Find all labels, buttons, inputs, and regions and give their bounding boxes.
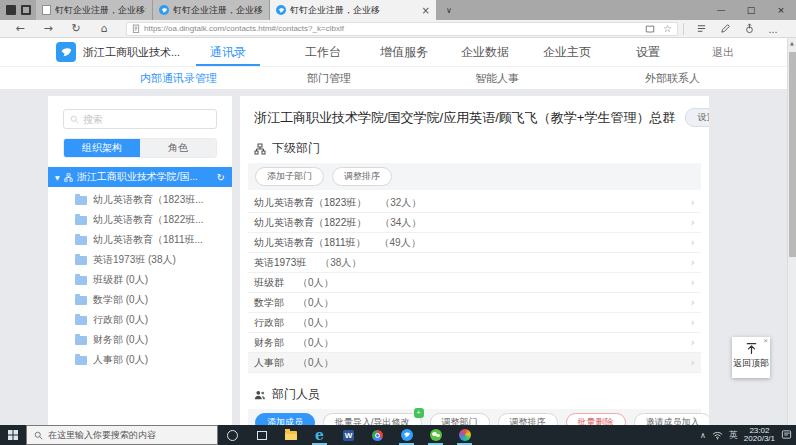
nav-item[interactable]: 企业主页 (543, 38, 591, 66)
set-tabs-aside-icon[interactable] (6, 5, 16, 15)
clock[interactable]: 23:02 2020/3/1 (744, 427, 775, 444)
scroll-up-icon[interactable]: ▲ (788, 40, 796, 46)
member-count: （0人） (298, 296, 334, 310)
more-icon[interactable]: ... (761, 23, 785, 35)
member-count: （38人） (320, 256, 361, 270)
edge-button[interactable]: e (305, 425, 334, 445)
tab-close-icon[interactable]: × (419, 5, 430, 16)
close-icon[interactable]: × (763, 336, 768, 345)
taskbar-search[interactable] (26, 425, 218, 445)
search-input[interactable] (83, 114, 210, 125)
department-row[interactable]: 行政部（0人）› (248, 313, 701, 333)
refresh-icon[interactable]: ↻ (217, 172, 225, 183)
group-settings-button[interactable]: 设置 (685, 108, 709, 127)
cortana-button[interactable] (218, 425, 247, 445)
hub-icon[interactable] (689, 23, 713, 35)
caret-down-icon[interactable]: ▼ (55, 174, 60, 181)
sidebar-dept-item[interactable]: 幼儿英语教育（1823班... (48, 190, 232, 210)
tab-title: 钉钉企业注册，企业移 (290, 4, 415, 17)
sub-nav-item[interactable]: 内部通讯录管理 (140, 67, 217, 89)
home-icon[interactable]: ⌂ (90, 22, 118, 35)
divider (683, 23, 684, 35)
network-icon[interactable] (712, 431, 723, 440)
sub-nav-item[interactable]: 智能人事 (475, 67, 519, 89)
app-button[interactable] (450, 425, 479, 445)
department-row[interactable]: 数学部（0人）› (248, 293, 701, 313)
browser-tab[interactable]: 钉钉企业注册，企业移动办 (153, 0, 270, 20)
department-row[interactable]: 幼儿英语教育（1823班）（32人）› (248, 193, 701, 213)
department-row[interactable]: 幼儿英语教育（1822班）（34人）› (248, 213, 701, 233)
favorite-star-icon[interactable]: ☆ (663, 23, 672, 34)
sidebar-dept-item[interactable]: 行政部 (0人) (48, 310, 232, 330)
word-button[interactable]: W (334, 425, 363, 445)
wechat-button[interactable] (421, 425, 450, 445)
tab-roles[interactable]: 角色 (140, 139, 216, 157)
department-row[interactable]: 英语1973班（38人）› (248, 253, 701, 273)
invite-members-button[interactable]: 邀请成员加入 (634, 413, 709, 425)
url-field[interactable]: https://oa.dingtalk.com/contacts.htm#/co… (126, 22, 678, 36)
department-name: 数学部 (254, 296, 284, 310)
department-row[interactable]: 班级群（0人）› (248, 273, 701, 293)
toolbar-button[interactable]: 添加子部门 (255, 167, 324, 186)
reading-view-icon[interactable] (645, 24, 655, 34)
page-scrollbar[interactable]: ▲ (787, 38, 796, 425)
sidebar-dept-item[interactable]: 数学部 (0人) (48, 290, 232, 310)
toolbar-button[interactable]: 批量导入/导出修改+ (323, 413, 422, 425)
toolbar-button[interactable]: 添加成员 (255, 413, 315, 425)
sidebar-dept-item[interactable]: 财务部 (0人) (48, 330, 232, 350)
back-to-top-button[interactable]: × 返回顶部 (732, 337, 770, 378)
back-icon[interactable]: ← (6, 22, 34, 35)
browser-tab[interactable]: 钉钉企业注册，企业移× (270, 0, 436, 20)
sidebar-dept-item[interactable]: 班级群 (0人) (48, 270, 232, 290)
taskbar-search-input[interactable] (48, 430, 210, 440)
member-count: （49人） (380, 236, 421, 250)
start-button[interactable] (0, 425, 26, 445)
sidebar-search[interactable] (63, 109, 217, 129)
nav-item[interactable]: 通讯录 (210, 38, 246, 66)
maximize-button[interactable]: □ (736, 0, 766, 20)
sidebar-dept-item[interactable]: 英语1973班 (38人) (48, 250, 232, 270)
nav-item[interactable]: 增值服务 (380, 38, 428, 66)
tab-list-chevron-icon[interactable]: ∨ (436, 0, 462, 20)
sidebar-dept-item[interactable]: 人事部 (0人) (48, 350, 232, 370)
nav-item[interactable]: 企业数据 (461, 38, 509, 66)
folder-icon (75, 316, 87, 325)
folder-icon (75, 196, 87, 205)
nav-item[interactable]: 设置 (636, 38, 660, 66)
toolbar-button[interactable]: 调整部门 (430, 413, 490, 425)
folder-icon (75, 296, 87, 305)
sub-nav-item[interactable]: 部门管理 (307, 67, 351, 89)
task-view-button[interactable] (247, 425, 276, 445)
chrome-button[interactable] (363, 425, 392, 445)
sidebar-dept-item[interactable]: 幼儿英语教育（1822班... (48, 210, 232, 230)
dingtalk-button[interactable] (392, 425, 421, 445)
search-icon (70, 115, 79, 124)
action-center-button[interactable] (781, 429, 792, 442)
forward-icon[interactable]: → (34, 22, 62, 35)
toolbar-button[interactable]: 调整排序 (332, 167, 392, 186)
department-row[interactable]: 人事部（0人）› (248, 353, 701, 373)
sub-nav-item[interactable]: 外部联系人 (645, 67, 700, 89)
nav-item[interactable]: 工作台 (305, 38, 341, 66)
nav-item[interactable]: 退出 (712, 38, 734, 66)
annotate-icon[interactable] (713, 23, 737, 35)
refresh-icon[interactable]: ↻ (62, 22, 90, 35)
tabs-preview-icon[interactable] (21, 5, 31, 15)
department-row[interactable]: 财务部（0人）› (248, 333, 701, 353)
scrollbar-thumb[interactable] (789, 52, 796, 257)
tray-expand-icon[interactable]: ∧ (700, 431, 706, 440)
tab-org-structure[interactable]: 组织架构 (64, 139, 140, 157)
toolbar-button[interactable]: 调整排序 (498, 413, 558, 425)
language-indicator[interactable]: 英 (729, 429, 738, 442)
browser-tab[interactable]: 钉钉企业注册，企业移动办 (36, 0, 153, 20)
close-button[interactable]: × (766, 0, 796, 20)
department-row[interactable]: 幼儿英语教育（1811班）（49人）› (248, 233, 701, 253)
share-icon[interactable] (737, 23, 761, 35)
toolbar-button[interactable]: 批量删除 (566, 413, 626, 425)
minimize-button[interactable]: — (706, 0, 736, 20)
tree-root-org[interactable]: ▼ 浙江工商职业技术学院/国... ↻ (48, 167, 232, 187)
sidebar-dept-item[interactable]: 幼儿英语教育（1811班... (48, 230, 232, 250)
edge-icon: e (315, 428, 324, 442)
file-explorer-button[interactable] (276, 425, 305, 445)
search-icon (34, 431, 43, 440)
